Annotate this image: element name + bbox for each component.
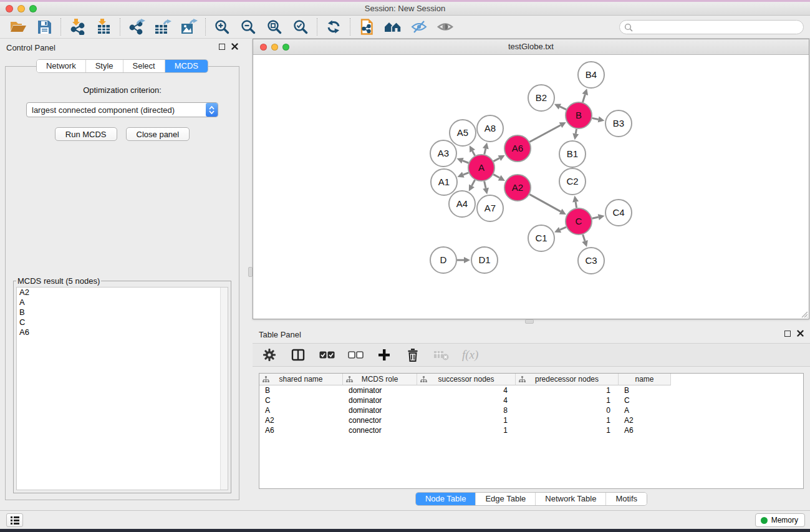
resize-grip-icon[interactable] xyxy=(799,309,808,318)
graph-edge-A2-C[interactable] xyxy=(529,195,561,211)
graph-edge-C-C3[interactable] xyxy=(583,235,585,241)
homes-button[interactable] xyxy=(380,17,406,36)
duplicate-network-button[interactable] xyxy=(354,17,380,36)
import-table-button[interactable] xyxy=(90,17,117,36)
export-table-button[interactable] xyxy=(150,17,176,36)
import-network-button[interactable] xyxy=(64,17,90,36)
hide-panels-button[interactable] xyxy=(406,17,432,36)
tab-network-table[interactable]: Network Table xyxy=(535,493,605,505)
close-panel-icon[interactable] xyxy=(231,43,238,50)
select-all-checkboxes-button[interactable] xyxy=(319,346,335,364)
tab-node-table[interactable]: Node Table xyxy=(416,493,476,505)
graph-node-B3[interactable]: B3 xyxy=(605,110,632,137)
network-minimize-button[interactable] xyxy=(271,44,278,51)
table-row[interactable]: A6connector11A6 xyxy=(259,425,803,435)
graph-node-A4[interactable]: A4 xyxy=(449,191,475,217)
horizontal-split-handle[interactable] xyxy=(525,319,534,324)
column-header-MCDS-role[interactable]: MCDS role xyxy=(343,374,417,385)
run-mcds-button[interactable]: Run MCDS xyxy=(55,127,117,141)
graph-node-C3[interactable]: C3 xyxy=(578,248,604,274)
graph-node-A[interactable]: A xyxy=(468,155,494,181)
close-table-panel-icon[interactable] xyxy=(797,330,804,337)
zoom-window-button[interactable] xyxy=(29,5,37,12)
graph-edge-C-C2[interactable] xyxy=(576,202,577,208)
minimize-window-button[interactable] xyxy=(17,5,25,12)
table-row[interactable]: Bdominator41B xyxy=(259,385,803,395)
refresh-layout-button[interactable] xyxy=(321,17,347,36)
memory-button[interactable]: Memory xyxy=(755,513,805,527)
zoom-fit-button[interactable] xyxy=(261,17,287,36)
deselect-all-checkboxes-button[interactable] xyxy=(347,346,364,364)
vertical-split-handle[interactable] xyxy=(248,267,253,277)
graph-node-B2[interactable]: B2 xyxy=(528,85,554,111)
tab-network[interactable]: Network xyxy=(37,60,85,72)
result-item[interactable]: B xyxy=(17,307,228,317)
table-settings-button[interactable] xyxy=(261,346,277,364)
export-network-button[interactable] xyxy=(123,17,150,36)
tab-select[interactable]: Select xyxy=(123,60,165,72)
table-row[interactable]: A2connector11A2 xyxy=(259,415,803,425)
tab-edge-table[interactable]: Edge Table xyxy=(475,493,535,505)
graph-node-B4[interactable]: B4 xyxy=(578,62,604,88)
result-scrollbar[interactable] xyxy=(220,288,228,490)
result-item[interactable]: A6 xyxy=(17,327,228,337)
result-item[interactable]: A xyxy=(17,297,228,307)
graph-node-D1[interactable]: D1 xyxy=(471,247,498,273)
graph-edge-A-A2[interactable] xyxy=(493,175,499,178)
network-close-button[interactable] xyxy=(260,44,267,51)
table-row[interactable]: Adominator80A xyxy=(259,405,803,415)
column-header-name[interactable]: name xyxy=(619,374,671,385)
graph-node-A5[interactable]: A5 xyxy=(450,120,476,146)
table-row[interactable]: Cdominator41C xyxy=(259,395,803,405)
graph-edge-B-B2[interactable] xyxy=(560,107,566,110)
save-session-button[interactable] xyxy=(31,17,57,36)
zoom-out-button[interactable] xyxy=(235,17,261,36)
column-header-successor-nodes[interactable]: successor nodes xyxy=(417,374,516,385)
open-session-button[interactable] xyxy=(5,17,31,36)
float-panel-icon[interactable] xyxy=(219,44,225,50)
graph-edge-A-A5[interactable] xyxy=(473,151,475,156)
graph-edge-B-B1[interactable] xyxy=(576,129,576,134)
column-header-predecessor-nodes[interactable]: predecessor nodes xyxy=(516,374,619,385)
close-panel-button[interactable]: Close panel xyxy=(126,127,190,141)
graph-edge-C-C1[interactable] xyxy=(560,227,566,230)
criterion-select[interactable]: largest connected component (directed) xyxy=(26,102,218,117)
graph-edge-B-B3[interactable] xyxy=(592,118,599,119)
graph-node-A2[interactable]: A2 xyxy=(504,175,531,201)
graph-node-C4[interactable]: C4 xyxy=(605,200,632,226)
tab-style[interactable]: Style xyxy=(85,60,123,72)
float-table-panel-icon[interactable] xyxy=(784,331,791,337)
graph-edge-A-A3[interactable] xyxy=(463,161,469,163)
tab-motifs[interactable]: Motifs xyxy=(605,493,647,505)
graph-node-A1[interactable]: A1 xyxy=(431,169,457,195)
delete-column-button[interactable] xyxy=(405,346,421,364)
graph-node-C1[interactable]: C1 xyxy=(528,225,554,251)
result-item[interactable]: A2 xyxy=(17,288,228,297)
column-header-shared-name[interactable]: shared name xyxy=(259,374,343,385)
export-image-button[interactable] xyxy=(176,17,202,36)
graph-node-A6[interactable]: A6 xyxy=(504,135,531,162)
graph-node-D[interactable]: D xyxy=(430,247,456,273)
graph-edge-C-C4[interactable] xyxy=(592,217,598,218)
graph-node-A3[interactable]: A3 xyxy=(430,140,456,167)
add-column-button[interactable] xyxy=(376,346,392,364)
graph-node-B[interactable]: B xyxy=(566,102,592,128)
graph-edge-A-A7[interactable] xyxy=(485,181,486,188)
graph-edge-A-A4[interactable] xyxy=(472,180,475,185)
graph-node-A8[interactable]: A8 xyxy=(477,115,503,142)
result-item[interactable]: C xyxy=(17,317,228,327)
search-input[interactable] xyxy=(635,22,803,33)
graph-node-A7[interactable]: A7 xyxy=(477,195,503,221)
graph-node-C2[interactable]: C2 xyxy=(559,168,586,195)
graph-edge-A-A1[interactable] xyxy=(463,173,469,175)
graph-edge-A6-B[interactable] xyxy=(529,125,561,142)
graph-node-B1[interactable]: B1 xyxy=(559,141,586,167)
graph-node-C[interactable]: C xyxy=(566,208,592,235)
task-history-button[interactable] xyxy=(6,513,23,527)
split-view-button[interactable] xyxy=(290,346,306,364)
graph-edge-A-A8[interactable] xyxy=(485,148,486,154)
zoom-in-button[interactable] xyxy=(209,17,235,36)
graph-edge-B-B4[interactable] xyxy=(582,95,585,102)
close-window-button[interactable] xyxy=(6,5,13,12)
network-zoom-button[interactable] xyxy=(282,44,289,51)
